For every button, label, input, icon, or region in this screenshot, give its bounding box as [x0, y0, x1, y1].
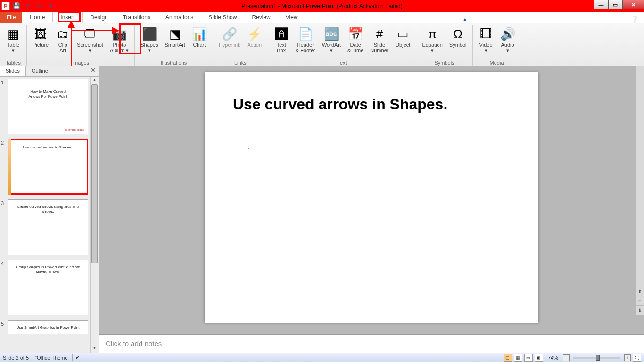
- tab-review[interactable]: Review: [244, 12, 278, 23]
- group-label-images: Images: [30, 60, 132, 66]
- slide-editor: Use curved arrows in Shapes. ⬆ ≡ ⬇ Click…: [99, 66, 644, 353]
- photoalbum-button[interactable]: 📷Photo Album ▾: [107, 25, 132, 60]
- tab-view[interactable]: View: [278, 12, 305, 23]
- audio-button[interactable]: 🔊Audio ▾: [497, 25, 518, 60]
- prev-slide-button[interactable]: ⬆: [636, 287, 644, 296]
- datetime-icon: 📅: [348, 26, 363, 41]
- maximize-button[interactable]: ▭: [608, 0, 622, 9]
- status-theme: "Office Theme": [35, 355, 69, 361]
- app-icon: P: [1, 2, 10, 10]
- headerfooter-icon: 📄: [298, 26, 313, 41]
- smartart-button[interactable]: ⬔SmartArt: [162, 25, 188, 60]
- audio-icon: 🔊: [500, 26, 515, 41]
- chart-button[interactable]: 📊Chart: [189, 25, 210, 60]
- zoom-out[interactable]: −: [563, 354, 570, 361]
- nav-menu-button[interactable]: ≡: [636, 296, 644, 305]
- table-button[interactable]: ▦Table ▾: [3, 25, 24, 60]
- group-label-links: Links: [216, 60, 265, 66]
- zoom-slider[interactable]: [573, 357, 620, 359]
- wordart-icon: 🔤: [324, 26, 339, 41]
- window-title: Presentation1 - Microsoft PowerPoint (Pr…: [241, 3, 402, 9]
- help-button[interactable]: ❔: [629, 16, 640, 23]
- picture-icon: 🖼: [33, 26, 48, 41]
- panel-close[interactable]: ✕: [88, 66, 99, 76]
- action-icon: ⚡: [247, 26, 262, 41]
- object-button[interactable]: ▭Object: [392, 25, 413, 60]
- zoom-value: 74%: [548, 355, 558, 361]
- wordart-button[interactable]: 🔤WordArt ▾: [319, 25, 344, 60]
- tab-slideshow[interactable]: Slide Show: [201, 12, 244, 23]
- thumbnails: 1 How to Make Curved Arrows For PowerPoi…: [0, 77, 90, 353]
- table-icon: ▦: [6, 26, 21, 41]
- outline-tab[interactable]: Outline: [26, 66, 54, 76]
- equation-icon: π: [425, 26, 440, 41]
- slidenumber-icon: #: [372, 26, 387, 41]
- slide-title[interactable]: Use curved arrows in Shapes.: [233, 96, 510, 113]
- picture-button[interactable]: 🖼Picture: [30, 25, 51, 60]
- panel-scrollbar[interactable]: ▴ ▾: [90, 77, 99, 353]
- ribbon-tabbar: File Home Insert Design Transitions Anim…: [0, 12, 644, 23]
- group-label-illustrations: Illustrations: [138, 60, 210, 66]
- clipart-icon: 🗂: [55, 26, 70, 41]
- qat-undo[interactable]: ↶: [23, 1, 33, 11]
- zoom-in[interactable]: +: [624, 354, 631, 361]
- thumbnail-4[interactable]: Group Shapes in PowerPoint to create cur…: [8, 260, 88, 315]
- tab-file[interactable]: File: [0, 12, 22, 23]
- view-normal[interactable]: ▢: [504, 354, 512, 362]
- group-label-media: Media: [476, 60, 518, 66]
- status-spell-icon[interactable]: ✔: [75, 354, 80, 361]
- tab-design[interactable]: Design: [83, 12, 115, 23]
- minimize-button[interactable]: —: [594, 0, 608, 9]
- action-button: ⚡Action: [244, 25, 265, 60]
- qat-save[interactable]: 💾: [12, 1, 21, 11]
- next-slide-button[interactable]: ⬇: [636, 305, 644, 315]
- ribbon-minimize[interactable]: ▴: [462, 16, 469, 23]
- headerfooter-button[interactable]: 📄Header & Footer: [293, 25, 318, 60]
- qat-redo[interactable]: ↻: [34, 1, 44, 11]
- datetime-button[interactable]: 📅Date & Time: [345, 25, 366, 60]
- view-slideshow[interactable]: ▣: [535, 354, 543, 362]
- title-bar: P 💾 ↶ ↻ ▾ Presentation1 - Microsoft Powe…: [0, 0, 644, 12]
- smartart-icon: ⬔: [167, 26, 182, 41]
- group-label-symbols: Symbols: [419, 60, 469, 66]
- slide-canvas[interactable]: Use curved arrows in Shapes.: [205, 72, 538, 323]
- view-sorter[interactable]: ▦: [514, 354, 522, 362]
- annotation-dot: [248, 148, 249, 149]
- slides-panel: Slides Outline ✕ 1 How to Make Curved Ar…: [0, 66, 99, 353]
- thumbnail-2[interactable]: Use curved arrows in Shapes.: [8, 139, 88, 195]
- status-slide: Slide 2 of 5: [3, 355, 29, 361]
- slides-tab[interactable]: Slides: [0, 66, 26, 76]
- slidenumber-button[interactable]: #Slide Number: [367, 25, 391, 60]
- textbox-button[interactable]: 🅰Text Box: [271, 25, 292, 60]
- ribbon: ▦Table ▾ Tables 🖼Picture 🗂Clip Art 🖵Scre…: [0, 23, 644, 66]
- equation-button[interactable]: πEquation ▾: [419, 25, 445, 60]
- clipart-button[interactable]: 🗂Clip Art: [52, 25, 73, 60]
- close-button[interactable]: ✕: [622, 0, 644, 9]
- tab-animations[interactable]: Animations: [158, 12, 201, 23]
- screenshot-button[interactable]: 🖵Screenshot ▾: [74, 25, 106, 60]
- video-button[interactable]: 🎞Video ▾: [476, 25, 496, 60]
- notes-pane[interactable]: Click to add notes: [99, 334, 644, 353]
- group-label-text: Text: [271, 60, 413, 66]
- tab-transitions[interactable]: Transitions: [116, 12, 158, 23]
- zoom-fit[interactable]: ⛶: [633, 354, 641, 362]
- thumbnail-3[interactable]: Create curved arrows using arcs and arro…: [8, 199, 88, 255]
- hyperlink-icon: 🔗: [222, 26, 237, 41]
- symbol-icon: Ω: [450, 26, 465, 41]
- chart-icon: 📊: [192, 26, 207, 41]
- qat-customize[interactable]: ▾: [46, 1, 55, 11]
- thumbnail-5[interactable]: Use SmartArt Graphics in PowerPoint: [8, 320, 88, 334]
- screenshot-icon: 🖵: [83, 26, 98, 41]
- shapes-button[interactable]: ⬛Shapes ▾: [138, 25, 161, 60]
- object-icon: ▭: [395, 26, 410, 41]
- group-label-tables: Tables: [3, 60, 24, 66]
- shapes-icon: ⬛: [142, 26, 157, 41]
- tab-insert[interactable]: Insert: [52, 12, 83, 23]
- editor-scrollbar[interactable]: [636, 66, 644, 305]
- photoalbum-icon: 📷: [112, 26, 127, 41]
- tab-home[interactable]: Home: [22, 12, 52, 23]
- symbol-button[interactable]: ΩSymbol: [446, 25, 470, 60]
- workspace: Slides Outline ✕ 1 How to Make Curved Ar…: [0, 66, 644, 353]
- view-reading[interactable]: ▭: [524, 354, 533, 362]
- thumbnail-1[interactable]: How to Make Curved Arrows For PowerPoint…: [8, 79, 88, 134]
